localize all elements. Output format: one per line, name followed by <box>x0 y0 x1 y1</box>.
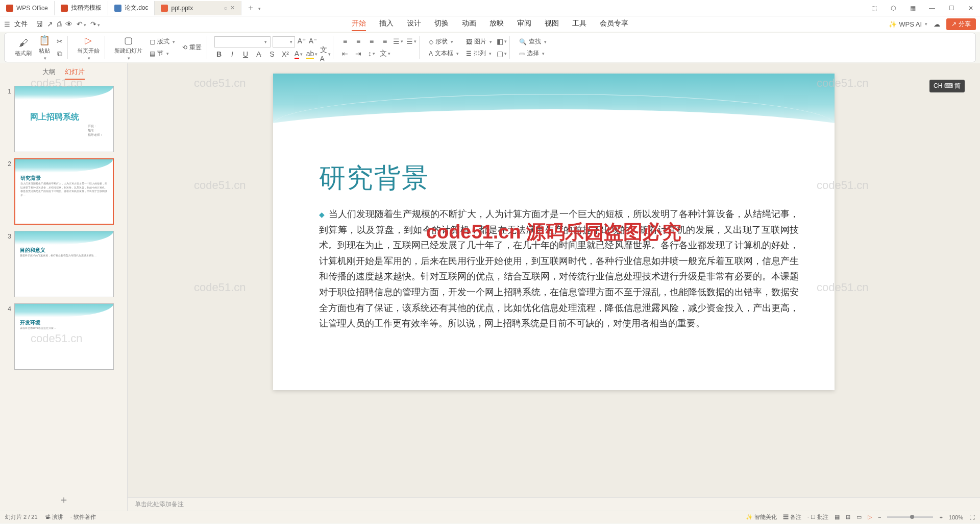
tab-member[interactable]: 会员专享 <box>600 17 628 31</box>
zoom-out-icon[interactable]: − <box>878 514 881 520</box>
paste-button[interactable]: 📋粘贴▾ <box>37 34 52 62</box>
align-left-icon[interactable]: ≡ <box>340 37 350 46</box>
redo-icon[interactable]: ↷▾ <box>90 20 100 28</box>
slide-title[interactable]: 研究背景 <box>319 160 429 196</box>
superscript-icon[interactable]: X² <box>281 50 290 59</box>
font-family-select[interactable]: ▾ <box>214 36 271 47</box>
fit-icon[interactable]: ⛶ <box>969 514 975 520</box>
notes-toggle[interactable]: ☰ 备注 <box>783 513 801 521</box>
slide-thumbnail-1[interactable]: 网上招聘系统 班级： 姓名： 指导老师： <box>14 86 114 152</box>
comments-toggle[interactable]: · ☐ 批注 <box>807 513 828 521</box>
shrink-font-icon[interactable]: A⁻ <box>308 36 317 45</box>
export-icon[interactable]: ↗ <box>47 20 53 28</box>
indent-inc-icon[interactable]: ⇥ <box>354 49 363 58</box>
cloud-icon[interactable]: ☁ <box>934 20 940 28</box>
view-reading-icon[interactable]: ▭ <box>856 514 862 520</box>
tab-view[interactable]: 视图 <box>545 17 559 31</box>
new-slide-button[interactable]: ▢新建幻灯片▾ <box>112 34 144 62</box>
reset-button[interactable]: ⟲ 重置 <box>180 42 204 53</box>
format-painter-button[interactable]: 🖌格式刷 <box>13 37 34 58</box>
arrange-button[interactable]: ☰ 排列▾ <box>464 48 494 59</box>
zoom-slider[interactable] <box>887 516 933 518</box>
tab-slideshow[interactable]: 放映 <box>489 17 504 31</box>
new-tab-button[interactable]: ＋ ▾ <box>241 3 265 13</box>
add-slide-button[interactable]: ＋ <box>0 489 127 511</box>
indent-dec-icon[interactable]: ⇤ <box>340 49 350 58</box>
font-color-icon[interactable]: A▾ <box>294 50 303 59</box>
font-size-select[interactable]: ▾ <box>273 36 295 47</box>
view-normal-icon[interactable]: ▦ <box>835 514 840 520</box>
share-button[interactable]: ↗ 分享 <box>946 18 976 30</box>
preview-icon[interactable]: 👁 <box>65 20 72 28</box>
zoom-value[interactable]: 100% <box>949 514 963 520</box>
canvas-scroll[interactable]: 研究背景 ◆当人们发现随着生产规模的不断扩大，人为计算方面才是一个巨大的短板，所… <box>128 63 980 497</box>
strike-icon[interactable]: A̶ <box>254 50 263 59</box>
align-justify-icon[interactable]: ≡ <box>380 37 389 46</box>
view-sorter-icon[interactable]: ⊞ <box>846 514 850 520</box>
current-slide[interactable]: 研究背景 ◆当人们发现随着生产规模的不断扩大，人为计算方面才是一个巨大的短板，所… <box>273 74 835 390</box>
win-btn-2[interactable]: ⬡ <box>884 1 902 15</box>
tab-tools[interactable]: 工具 <box>572 17 586 31</box>
layout-button[interactable]: ▢ 版式▾ <box>148 36 177 47</box>
select-button[interactable]: ▭ 选择▾ <box>517 48 549 59</box>
strikethrough-icon[interactable]: S <box>267 50 277 59</box>
minimize-button[interactable]: — <box>923 1 941 15</box>
close-button[interactable]: ✕ <box>962 1 980 15</box>
win-btn-3[interactable]: ▦ <box>903 1 922 15</box>
slide-thumbnail-2[interactable]: 研究背景 当人们发现随着生产规模的不断扩大，人为计算方面才是一个巨大的短板，所以… <box>14 158 114 225</box>
tab-close-icon[interactable]: ✕ <box>230 5 235 11</box>
outline-tab[interactable]: 大纲 <box>42 67 56 80</box>
tab-menu-icon[interactable]: ○ <box>224 5 227 12</box>
tab-start[interactable]: 开始 <box>352 17 366 31</box>
undo-icon[interactable]: ↶▾ <box>77 20 86 28</box>
cut-icon[interactable]: ✂ <box>55 37 64 46</box>
fill-color-icon[interactable]: ◧▾ <box>497 37 506 46</box>
align-center-icon[interactable]: ≡ <box>354 37 363 46</box>
line-spacing-icon[interactable]: ↕▾ <box>367 49 376 58</box>
print-icon[interactable]: ⎙ <box>57 20 61 28</box>
ime-indicator[interactable]: CH ⌨ 简 <box>929 80 965 92</box>
app-logo-tab[interactable]: WPS Office <box>0 1 55 15</box>
tab-design[interactable]: 设计 <box>407 17 421 31</box>
file-menu[interactable]: 文件 <box>14 19 28 29</box>
win-btn-1[interactable]: ⬚ <box>865 1 883 15</box>
save-icon[interactable]: 🖫 <box>36 20 43 28</box>
from-current-button[interactable]: ▷当页开始▾ <box>75 34 102 62</box>
slides-tab[interactable]: 幻灯片 <box>65 67 85 80</box>
italic-icon[interactable]: I <box>228 50 237 59</box>
wps-ai-button[interactable]: ✨ WPS AI ▾ <box>889 20 927 28</box>
text-direction-icon[interactable]: 文▾ <box>380 49 389 58</box>
status-copyright[interactable]: · 软件著作 <box>70 513 96 521</box>
maximize-button[interactable]: ☐ <box>942 1 961 15</box>
textbox-button[interactable]: A 文本框▾ <box>427 48 461 59</box>
change-case-icon[interactable]: 文A▾ <box>321 50 330 59</box>
view-slideshow-icon[interactable]: ▷ <box>868 514 872 520</box>
numbering-icon[interactable]: ☰▾ <box>407 37 416 46</box>
shape-button[interactable]: ◇ 形状▾ <box>427 36 461 47</box>
hamburger-icon[interactable]: ☰ <box>4 20 10 28</box>
notes-pane[interactable]: 单击此处添加备注 <box>128 497 980 511</box>
tab-transition[interactable]: 切换 <box>434 17 449 31</box>
tab-animation[interactable]: 动画 <box>462 17 476 31</box>
tab-doc[interactable]: 论文.doc <box>108 1 155 15</box>
status-mode[interactable]: 📽 演讲 <box>45 513 63 521</box>
tab-template[interactable]: 找稻壳模板 <box>55 1 108 15</box>
slide-thumbnail-3[interactable]: 目的和意义 随着科学技术的飞速发展，各行各业都在努力与现代先进技术接轨… <box>14 231 114 297</box>
tab-review[interactable]: 审阅 <box>517 17 531 31</box>
grow-font-icon[interactable]: A⁺ <box>297 36 306 45</box>
bold-icon[interactable]: B <box>214 50 224 59</box>
outline-icon[interactable]: ▢▾ <box>497 49 506 58</box>
thumbnail-list[interactable]: 1 网上招聘系统 班级： 姓名： 指导老师： 2 研究背景 当人们发现随着生产规… <box>0 84 127 489</box>
section-button[interactable]: ▤ 节▾ <box>148 48 177 59</box>
align-right-icon[interactable]: ≡ <box>367 37 376 46</box>
copy-icon[interactable]: ⧉ <box>55 49 64 58</box>
slide-thumbnail-4[interactable]: 开发环境 该项目使用Java语言进行开发… <box>14 303 114 370</box>
tab-insert[interactable]: 插入 <box>379 17 394 31</box>
highlight-icon[interactable]: ab▾ <box>307 50 316 59</box>
smart-beautify[interactable]: ✨ 智能美化 <box>746 513 777 521</box>
tab-ppt[interactable]: ppt.pptx ○ ✕ <box>155 1 241 15</box>
bullets-icon[interactable]: ☰▾ <box>394 37 403 46</box>
slide-body[interactable]: ◆当人们发现随着生产规模的不断扩大，人为计算方面才是一个巨大的短板，所以发明了各… <box>319 206 799 331</box>
find-button[interactable]: 🔍 查找▾ <box>517 36 549 47</box>
underline-icon[interactable]: U <box>241 50 250 59</box>
